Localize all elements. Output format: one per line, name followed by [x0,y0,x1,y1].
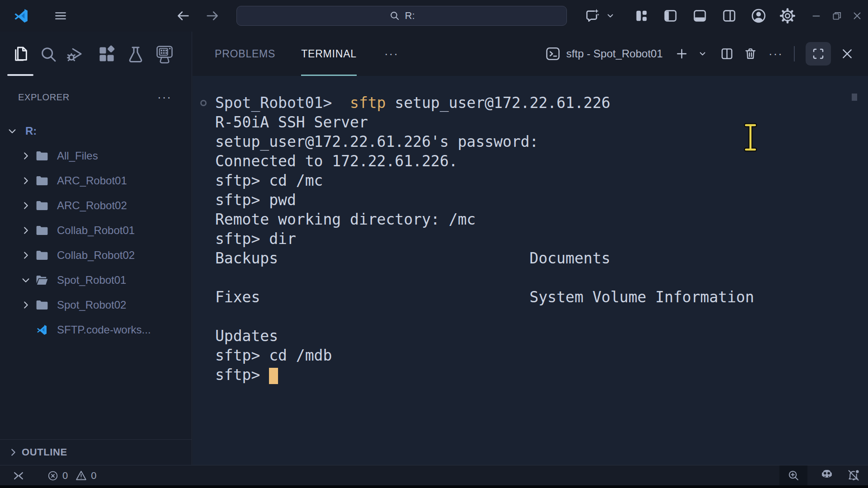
terminal-text-segment: sftp> [215,366,269,384]
search-activity-icon[interactable] [38,44,58,64]
terminal-line: Backups Documents [215,249,868,268]
toggle-secondary-sidebar-icon[interactable] [722,8,737,23]
terminal-line: Remote working directory: /mc [215,210,868,229]
tree-item-label: ARC_Robot02 [57,199,127,212]
terminal-line [215,307,868,326]
testing-flask-icon[interactable] [126,44,146,64]
remote-indicator-icon[interactable] [12,469,25,483]
terminal-line [215,268,868,287]
terminal-text-segment: sftp [350,94,386,112]
tree-item-ARC_Robot02[interactable]: ARC_Robot02 [0,193,191,218]
split-terminal-icon[interactable] [720,47,734,61]
explorer-files-icon[interactable] [10,44,30,64]
terminal-instance[interactable]: sftp - Spot_Robot01 [545,46,663,62]
toggle-panel-icon[interactable] [692,8,708,23]
terminal-line: R-50iA SSH Server [215,113,868,132]
terminal-text-segment: sftp> cd /mdb [215,347,332,364]
account-icon[interactable] [750,8,767,24]
copilot-chat-button[interactable] [584,8,615,24]
menu-hamburger-icon[interactable] [53,9,68,23]
terminal-scrollbar-thumb[interactable] [852,94,857,101]
terminal-cursor [269,368,278,384]
tree-item-label: Spot_Robot01 [57,274,126,286]
tree-item-Spot_Robot02[interactable]: Spot_Robot02 [0,292,191,317]
tree-item-label: R: [25,125,37,137]
chevron-right-icon [8,447,18,457]
panel-actions-separator [794,46,795,61]
terminal-text-segment: sftp> cd /mc [215,172,323,189]
terminal-text-segment: Remote working directory: /mc [215,211,476,228]
teach-pendant-icon[interactable] [154,43,175,65]
tree-item-label: ARC_Robot01 [57,174,127,187]
terminal-launch-chevron-icon[interactable] [698,49,707,58]
copilot-chat-icon [584,8,600,24]
tree-item-ARC_Robot01[interactable]: ARC_Robot01 [0,168,191,193]
terminal-line: sftp> pwd [215,190,868,210]
outline-label: OUTLINE [22,446,67,458]
run-debug-icon[interactable] [65,44,85,64]
activity-bar [0,32,192,77]
chevron-right-icon [21,151,35,161]
customize-layout-icon[interactable] [634,8,649,23]
tree-item-R-[interactable]: R: [0,118,191,143]
command-center-search[interactable]: R: [236,6,567,26]
extensions-icon[interactable] [96,44,117,65]
panel-more-actions-icon[interactable]: ··· [769,47,783,61]
tree-item-Collab_Robot01[interactable]: Collab_Robot01 [0,218,191,243]
tab-problems[interactable]: PROBLEMS [215,32,275,76]
notifications-bell-slash-icon[interactable] [846,468,861,483]
tree-item-Spot_Robot01[interactable]: Spot_Robot01 [0,267,191,292]
terminal-text-segment: setup_user@172.22.61.226 [386,94,611,112]
toggle-primary-sidebar-icon[interactable] [663,8,678,23]
problems-status[interactable]: 0 0 [47,469,97,482]
tree-item-Collab_Robot02[interactable]: Collab_Robot02 [0,243,191,267]
back-arrow-icon[interactable] [175,8,191,23]
explorer-tree: R:All_FilesARC_Robot01ARC_Robot02Collab_… [0,118,191,342]
tree-item-All_Files[interactable]: All_Files [0,143,191,168]
terminal-icon [545,46,561,62]
copilot-status-icon[interactable] [819,468,835,483]
chevron-right-icon [21,201,35,211]
new-terminal-icon[interactable] [675,47,689,61]
panel-tabs-more-icon[interactable]: ··· [384,47,399,61]
outline-section-header[interactable]: OUTLINE [0,439,192,465]
maximize-panel-button[interactable] [806,42,831,66]
explorer-header: EXPLORER ··· [0,88,192,106]
terminal-text-segment: R-50iA SSH Server [215,113,368,131]
window-restore-button[interactable] [831,10,843,22]
terminal-line: sftp> cd /mc [215,171,868,190]
terminal-text-segment: Connected to 172.22.61.226. [215,152,458,170]
folder-open-icon [35,274,51,286]
titlebar: R: [0,0,868,32]
kill-terminal-trash-icon[interactable] [743,47,758,61]
terminal-line: Connected to 172.22.61.226. [215,151,868,171]
tab-terminal[interactable]: TERMINAL [301,32,357,76]
window-minimize-button[interactable] [811,10,822,22]
tree-item-label: Spot_Robot02 [57,299,126,311]
vscode-logo-icon [12,7,29,24]
terminal-text-segment: Backups Documents [215,249,610,267]
chevron-down-icon [7,126,22,136]
tree-item-SFTP.code-works...[interactable]: SFTP.code-works... [0,317,191,342]
explorer-title: EXPLORER [18,92,70,103]
window-close-button[interactable] [851,10,863,22]
window-bottom-edge [0,485,868,488]
warning-count: 0 [91,470,96,482]
terminal-text-segment: Spot_Robot01> [215,94,350,112]
terminal-line: sftp> [215,365,868,385]
terminal-line: Updates [215,326,868,346]
explorer-more-actions-icon[interactable]: ··· [157,95,172,99]
zoom-level-button[interactable] [779,465,807,485]
folder-icon [35,175,51,187]
tree-item-label: Collab_Robot01 [57,224,135,237]
zoom-in-icon [787,469,800,482]
folder-icon [35,150,51,162]
command-decoration-icon[interactable] [200,100,207,106]
terminal-output: Spot_Robot01> sftp setup_user@172.22.61.… [193,76,868,385]
forward-arrow-icon[interactable] [205,8,220,23]
settings-gear-icon[interactable] [779,8,796,24]
close-panel-icon[interactable] [840,47,854,61]
vscode-icon [35,324,51,336]
terminal-line: setup_user@172.22.61.226's password: [215,132,868,151]
terminal-viewport[interactable]: Spot_Robot01> sftp setup_user@172.22.61.… [193,76,868,465]
